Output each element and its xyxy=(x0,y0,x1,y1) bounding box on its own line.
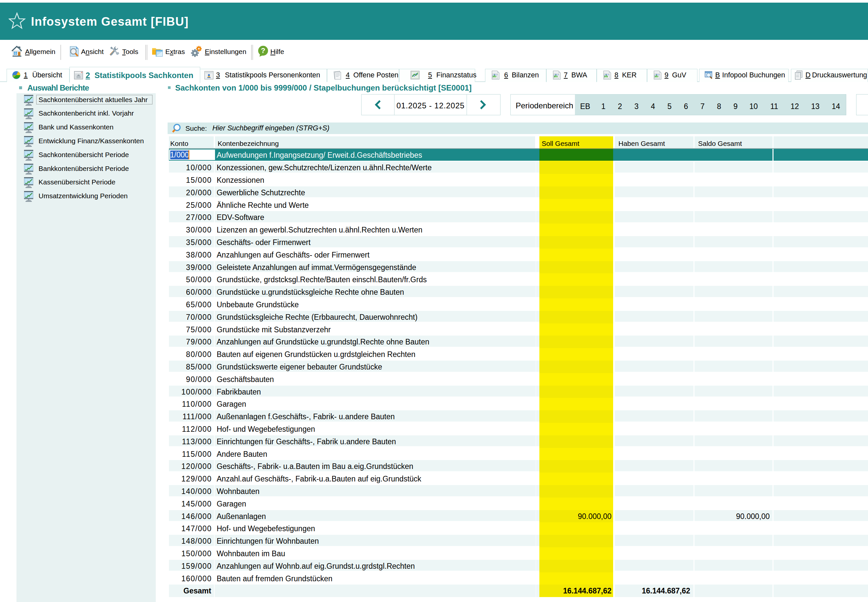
svg-text:?: ? xyxy=(261,46,265,55)
